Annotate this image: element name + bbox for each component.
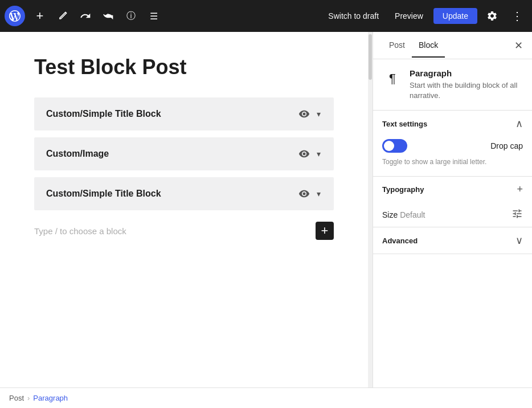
block-item-3[interactable]: Custom/Simple Title Block ▾ [34,177,334,210]
block-info-text: Paragraph Start with the building block … [410,68,523,101]
sliders-icon [511,208,523,219]
settings-btn[interactable] [482,6,502,26]
eye-icon-2 [298,148,310,160]
wp-logo-icon [9,10,21,22]
redo-icon [103,10,114,22]
text-settings-section: Text settings ∧ Drop cap Toggle to show … [373,111,532,177]
info-btn[interactable]: ⓘ [121,6,141,26]
visibility-btn-2[interactable] [297,147,311,161]
block-info: ¶ Paragraph Start with the building bloc… [373,59,532,111]
expand-btn-1[interactable]: ▾ [316,108,322,120]
text-settings-title: Text settings [382,120,427,128]
type-block-hint: Type / to choose a block + [34,222,334,240]
block-title-3: Custom/Simple Title Block [46,189,161,199]
sidebar-tabs: Post Block ✕ [373,32,532,59]
drop-cap-row: Drop cap [382,139,523,153]
add-block-btn[interactable]: + [316,222,334,240]
block-title-2: Custom/Image [46,149,109,159]
size-label: Size Default [382,210,425,219]
type-hint-text: Type / to choose a block [34,226,126,236]
wp-logo[interactable] [5,6,25,26]
advanced-section: Advanced ∨ [373,227,532,254]
switch-draft-btn[interactable]: Switch to draft [322,8,384,24]
undo-btn[interactable] [75,6,96,26]
sidebar: Post Block ✕ ¶ Paragraph Start with the … [373,32,532,387]
text-settings-content: Drop cap Toggle to show a large initial … [373,137,532,176]
advanced-title: Advanced [382,236,418,245]
size-value: Default [400,210,425,219]
gear-icon [486,10,498,22]
breadcrumb-parent[interactable]: Post [9,394,24,402]
undo-icon [80,10,91,22]
update-btn[interactable]: Update [433,8,477,24]
eye-icon-3 [298,188,310,199]
visibility-btn-1[interactable] [297,107,311,121]
size-sliders-btn[interactable] [511,208,523,221]
breadcrumb-separator: › [27,394,30,402]
edit-icon [57,10,68,22]
paragraph-icon: ¶ [382,68,403,89]
tabs-group: Post Block [382,34,445,58]
scrollbar[interactable] [368,32,373,387]
drop-cap-hint: Toggle to show a large initial letter. [382,157,523,167]
text-settings-header[interactable]: Text settings ∧ [373,111,532,137]
close-sidebar-btn[interactable]: ✕ [514,39,523,52]
scrollbar-thumb [369,34,372,80]
block-actions-2: ▾ [297,147,322,161]
more-options-btn[interactable]: ⋮ [507,6,527,26]
advanced-header[interactable]: Advanced ∨ [373,227,532,254]
expand-btn-2[interactable]: ▾ [316,148,322,160]
toolbar: + ⓘ ☰ Switch to draft Preview Update ⋮ [0,0,532,32]
typography-header[interactable]: Typography + [373,177,532,202]
tab-post[interactable]: Post [382,34,412,58]
eye-icon [298,108,310,120]
typography-title: Typography [382,185,424,194]
text-settings-toggle-icon: ∧ [515,117,523,130]
typography-add-icon[interactable]: + [517,183,523,195]
drop-cap-label: Drop cap [490,141,523,150]
add-block-toolbar-btn[interactable]: + [30,6,50,26]
block-actions-3: ▾ [297,187,322,201]
editor-area: Test Block Post Custom/Simple Title Bloc… [0,32,368,387]
drop-cap-toggle[interactable] [382,139,407,153]
redo-btn[interactable] [98,6,118,26]
main-area: Test Block Post Custom/Simple Title Bloc… [0,32,532,387]
tab-block[interactable]: Block [412,34,445,58]
breadcrumb-current[interactable]: Paragraph [33,394,68,402]
block-title-1: Custom/Simple Title Block [46,109,161,119]
expand-btn-3[interactable]: ▾ [316,188,322,199]
block-item-2[interactable]: Custom/Image ▾ [34,137,334,170]
advanced-toggle-icon: ∨ [515,234,523,247]
toolbar-right: Switch to draft Preview Update ⋮ [322,6,527,26]
preview-btn[interactable]: Preview [389,8,429,24]
block-info-name: Paragraph [410,68,523,78]
typography-section: Typography + Size Default [373,177,532,227]
post-title[interactable]: Test Block Post [34,55,334,79]
breadcrumb-bar: Post › Paragraph [0,387,532,408]
typography-size-row: Size Default [373,202,532,227]
visibility-btn-3[interactable] [297,187,311,201]
block-info-desc: Start with the building block of all nar… [410,80,523,101]
block-item-1[interactable]: Custom/Simple Title Block ▾ [34,97,334,130]
block-actions-1: ▾ [297,107,322,121]
edit-btn[interactable] [52,6,73,26]
list-view-btn[interactable]: ☰ [144,6,164,26]
